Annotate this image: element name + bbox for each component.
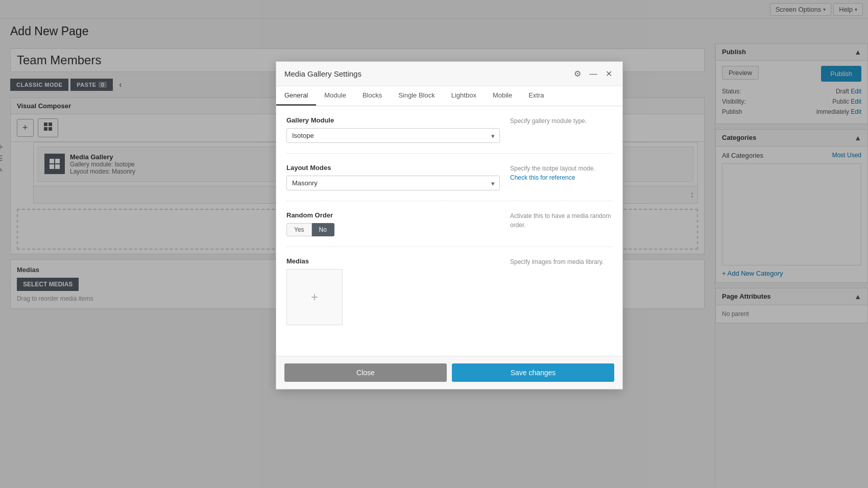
gallery-module-hint: Specify gallery module type. bbox=[510, 116, 612, 126]
layout-modes-hint-text: Specify the isotpe layout mode. bbox=[510, 165, 595, 172]
random-order-label: Random Order bbox=[286, 211, 500, 219]
tab-module[interactable]: Module bbox=[316, 86, 354, 106]
modal-header: Media Gallery Settings ⚙ — ✕ bbox=[276, 62, 622, 86]
random-order-field-group: Random Order Yes No Activate this to hav… bbox=[286, 211, 612, 247]
layout-modes-hint-link[interactable]: Check this for reference bbox=[510, 174, 575, 181]
modal-footer: Close Save changes bbox=[276, 356, 622, 389]
random-order-field: Random Order Yes No bbox=[286, 211, 500, 236]
close-modal-button[interactable]: Close bbox=[284, 363, 447, 382]
gallery-module-select-wrap: Isotope Grid Slider bbox=[286, 128, 500, 143]
close-icon-button[interactable]: ✕ bbox=[604, 68, 614, 80]
layout-modes-hint: Specify the isotpe layout mode. Check th… bbox=[510, 164, 612, 182]
medias-field: Medias + bbox=[286, 257, 500, 325]
layout-modes-select-wrap: Masonry fitRows vertical bbox=[286, 176, 500, 190]
tab-blocks[interactable]: Blocks bbox=[354, 86, 390, 106]
tab-mobile[interactable]: Mobile bbox=[485, 86, 520, 106]
tab-lightbox[interactable]: Lightbox bbox=[443, 86, 485, 106]
layout-modes-select[interactable]: Masonry fitRows vertical bbox=[286, 176, 500, 190]
random-order-no-button[interactable]: No bbox=[312, 223, 334, 236]
settings-icon-button[interactable]: ⚙ bbox=[572, 68, 583, 80]
tab-extra[interactable]: Extra bbox=[520, 86, 552, 106]
random-order-yes-button[interactable]: Yes bbox=[286, 223, 312, 236]
gallery-module-select[interactable]: Isotope Grid Slider bbox=[286, 128, 500, 143]
gallery-module-field-group: Gallery Module Isotope Grid Slider Speci… bbox=[286, 116, 612, 154]
add-media-icon: + bbox=[311, 290, 318, 304]
media-gallery-settings-modal: Media Gallery Settings ⚙ — ✕ General Mod… bbox=[276, 61, 623, 389]
gallery-module-label: Gallery Module bbox=[286, 116, 500, 124]
tab-single-block[interactable]: Single Block bbox=[390, 86, 443, 106]
medias-hint: Specify images from media library. bbox=[510, 257, 612, 266]
medias-field-group: Medias + Specify images from media libra… bbox=[286, 257, 612, 335]
modal-header-actions: ⚙ — ✕ bbox=[572, 68, 614, 80]
layout-modes-label: Layout Modes bbox=[286, 164, 500, 172]
minimize-icon-button[interactable]: — bbox=[587, 68, 599, 80]
save-changes-button[interactable]: Save changes bbox=[452, 363, 614, 382]
modal-tabs: General Module Blocks Single Block Light… bbox=[276, 86, 622, 106]
modal-overlay: Media Gallery Settings ⚙ — ✕ General Mod… bbox=[0, 0, 868, 487]
modal-body: Gallery Module Isotope Grid Slider Speci… bbox=[276, 106, 622, 356]
medias-label: Medias bbox=[286, 257, 500, 265]
gallery-module-field: Gallery Module Isotope Grid Slider bbox=[286, 116, 500, 143]
modal-title: Media Gallery Settings bbox=[284, 69, 361, 78]
random-order-hint: Activate this to have a media random ord… bbox=[510, 211, 612, 230]
layout-modes-field: Layout Modes Masonry fitRows vertical bbox=[286, 164, 500, 190]
add-media-button[interactable]: + bbox=[286, 269, 343, 325]
layout-modes-field-group: Layout Modes Masonry fitRows vertical Sp… bbox=[286, 164, 612, 201]
random-order-radio-group: Yes No bbox=[286, 223, 500, 236]
tab-general[interactable]: General bbox=[276, 86, 316, 106]
